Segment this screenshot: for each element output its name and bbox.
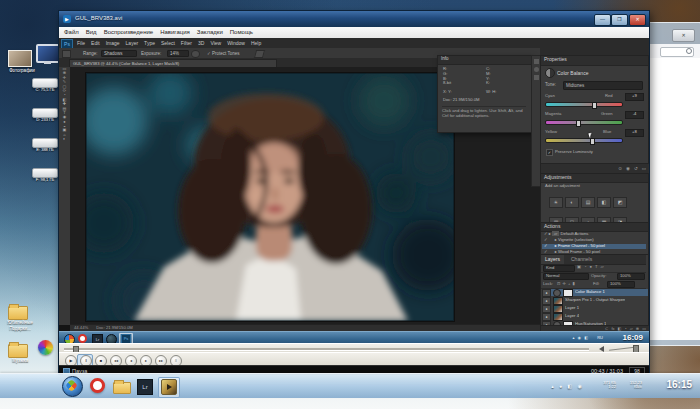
ps-menu-item-1[interactable]: Edit: [91, 40, 100, 46]
desktop-photo-icon[interactable]: [8, 50, 32, 67]
properties-footer[interactable]: ⊙◉↺▭: [541, 163, 649, 173]
visibility-eye-icon[interactable]: ●: [542, 289, 551, 297]
player-titlebar[interactable]: ▶ GUL_BRV383.avi — ❒ ✕: [59, 11, 649, 28]
opacity-value[interactable]: 100%: [617, 273, 645, 280]
layer-row-layer1[interactable]: ● Layer 1: [542, 305, 648, 312]
lock-icon-2[interactable]: +: [568, 282, 570, 287]
cyan-red-slider[interactable]: [545, 102, 623, 107]
seek-slider[interactable]: [64, 348, 589, 351]
properties-footer-icon-1[interactable]: ◉: [626, 166, 630, 171]
lock-icon-0[interactable]: ⊡: [557, 282, 561, 287]
adjustment-icon-2[interactable]: ▤: [581, 197, 595, 208]
recorded-lightroom-icon[interactable]: Lr: [92, 334, 103, 344]
player-taskbar-icon[interactable]: [161, 379, 177, 395]
layer-name[interactable]: Layer 4: [565, 314, 579, 319]
slider2-value[interactable]: -4: [625, 111, 644, 119]
background-window-close-button[interactable]: ✕: [672, 29, 695, 42]
magenta-green-slider[interactable]: [545, 120, 623, 125]
player-menu-item-3[interactable]: Навигация: [160, 29, 190, 36]
adjustment-icon-3[interactable]: ◧: [597, 197, 611, 208]
properties-panel-title[interactable]: Properties: [541, 56, 648, 66]
start-button[interactable]: [62, 376, 83, 397]
blend-mode-select[interactable]: Normal: [543, 273, 589, 280]
lock-icons[interactable]: ⊡✛+▮: [557, 282, 575, 287]
tone-select[interactable]: Midtones: [563, 81, 643, 90]
ps-menu-item-5[interactable]: Select: [161, 40, 175, 46]
layer-row-layer4[interactable]: ● Layer 4: [542, 313, 648, 320]
ps-menu-item-3[interactable]: Layer: [126, 40, 139, 46]
airbrush-icon[interactable]: [191, 50, 200, 58]
slider3-value[interactable]: +8: [625, 129, 644, 137]
properties-footer-icon-3[interactable]: ▭: [642, 166, 646, 171]
folder-taskbar-icon[interactable]: [113, 382, 131, 394]
exposure-value[interactable]: 14%: [167, 50, 189, 57]
slider3-handle[interactable]: [590, 138, 595, 145]
dodge-tool-icon[interactable]: [62, 50, 71, 58]
layer-row-color-balance[interactable]: ● Color Balance 1: [542, 289, 648, 296]
recorded-opera-icon[interactable]: [78, 334, 87, 343]
adjustment-icon-1[interactable]: ◐: [565, 197, 579, 208]
visibility-eye-icon[interactable]: ●: [542, 305, 551, 313]
layer-name[interactable]: Color Balance 1: [575, 290, 605, 295]
clock[interactable]: 16:15: [666, 379, 692, 390]
layer-row-sharpen[interactable]: ● Sharpen Pro 1 - Output Sharpen: [542, 297, 648, 304]
ps-tool-icon-16[interactable]: ◐: [63, 137, 65, 141]
player-menu-item-1[interactable]: Вид: [86, 29, 97, 36]
ps-menu-items[interactable]: FileEditImageLayerTypeSelectFilter3DView…: [77, 40, 261, 46]
ps-menu-item-6[interactable]: Filter: [181, 40, 192, 46]
ps-menu-item-2[interactable]: Image: [106, 40, 120, 46]
brush-panel-icon[interactable]: [254, 50, 265, 58]
protect-tones-checkbox[interactable]: ✓ Protect Tones: [207, 51, 239, 56]
visibility-eye-icon[interactable]: ●: [542, 297, 551, 305]
slider2-handle[interactable]: [576, 120, 581, 127]
properties-footer-icon-0[interactable]: ⊙: [618, 166, 622, 171]
desktop-folder2-icon[interactable]: [8, 344, 28, 358]
recorded-player-icon[interactable]: [106, 334, 117, 344]
portrait-photo[interactable]: [86, 73, 454, 321]
close-button[interactable]: ✕: [629, 14, 646, 26]
dock-icon[interactable]: [534, 75, 539, 80]
layers-filter-icon-3[interactable]: T: [595, 265, 598, 270]
layer-name[interactable]: Sharpen Pro 1 - Output Sharpen: [565, 298, 625, 303]
player-menu-item-5[interactable]: Помощь: [230, 29, 253, 36]
preserve-luminosity-checkbox[interactable]: ✓: [546, 149, 553, 156]
layer-thumbnail[interactable]: [553, 297, 563, 305]
layer-name[interactable]: Layer 1: [565, 306, 579, 311]
lightroom-taskbar-icon[interactable]: Lr: [137, 379, 153, 395]
ps-menu-item-7[interactable]: 3D: [198, 40, 204, 46]
ps-menu-item-0[interactable]: File: [77, 40, 85, 46]
layers-filter-icon-2[interactable]: ●: [590, 265, 593, 270]
video-area[interactable]: Ps FileEditImageLayerTypeSelectFilter3DV…: [59, 38, 649, 343]
ps-menu-item-9[interactable]: Window: [227, 40, 245, 46]
minimize-button[interactable]: —: [594, 14, 611, 26]
recorded-start-orb[interactable]: [64, 334, 75, 344]
layer-thumbnail[interactable]: [553, 305, 563, 313]
ps-menu-item-8[interactable]: View: [210, 40, 221, 46]
adjustment-icon-4[interactable]: ◩: [613, 197, 627, 208]
adjustment-icon-0[interactable]: ☀: [549, 197, 563, 208]
desktop-folder1-icon[interactable]: [8, 306, 28, 320]
player-menu-item-2[interactable]: Воспроизведение: [104, 29, 154, 36]
visibility-eye-icon[interactable]: ●: [542, 313, 551, 321]
lock-icon-3[interactable]: ▮: [572, 282, 574, 287]
info-panel-title[interactable]: Info: [438, 56, 534, 65]
recorded-lang-indicator[interactable]: RU: [597, 336, 603, 340]
properties-footer-icon-2[interactable]: ↺: [634, 166, 638, 171]
layers-filter-icon-1[interactable]: ◔: [584, 265, 587, 270]
tab-channels[interactable]: Channels: [571, 256, 592, 262]
fill-value[interactable]: 100%: [607, 281, 635, 288]
layers-filter-kind[interactable]: Kind: [543, 265, 575, 272]
maximize-button[interactable]: ❒: [611, 14, 628, 26]
dock-icon[interactable]: [534, 59, 539, 64]
yellow-blue-slider[interactable]: [545, 138, 623, 143]
tab-layers[interactable]: Layers: [541, 255, 564, 264]
layers-filter-icons[interactable]: ▣◔●T▱: [577, 265, 604, 270]
ps-menu-item-4[interactable]: Type: [144, 40, 155, 46]
layers-filter-icon-0[interactable]: ▣: [577, 265, 581, 270]
lock-icon-1[interactable]: ✛: [563, 282, 567, 287]
layers-filter-icon-4[interactable]: ▱: [601, 265, 604, 270]
tray-icons[interactable]: ▴ ● ◧ ◉: [551, 383, 584, 389]
volume-speaker-icon[interactable]: [599, 346, 604, 352]
layer-thumbnail[interactable]: [553, 313, 563, 321]
opera-taskbar-icon[interactable]: [90, 378, 105, 393]
